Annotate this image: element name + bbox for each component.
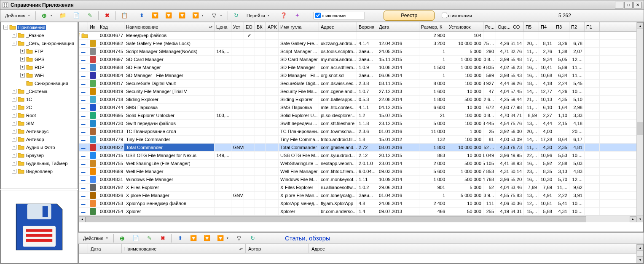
help-button[interactable]: ❓ — [277, 11, 290, 20]
tree-node[interactable]: Синхронизация — [2, 79, 77, 87]
grid-row[interactable]: ▬000004779Tiny File CommanderTiny File C… — [79, 136, 636, 144]
detail-vscroll[interactable]: ▴ ▾ — [636, 244, 643, 263]
col-marker[interactable] — [79, 22, 88, 31]
maximize-button[interactable]: □ — [624, 2, 633, 8]
col-icon[interactable]: Ик — [88, 22, 98, 31]
col-p2[interactable]: П2 — [569, 22, 585, 31]
expand-toggle[interactable]: + — [12, 105, 16, 109]
tree-node[interactable]: +Будильник, Таймер — [2, 159, 77, 167]
grid-row[interactable]: ▬000004697SD Card ManagerSD Card Manager… — [79, 56, 636, 64]
detail-col-date[interactable]: Дата — [88, 244, 122, 253]
expand-toggle[interactable]: − — [12, 41, 16, 45]
filter2-button[interactable]: 🔽 — [162, 11, 175, 20]
delete-button[interactable]: ✖ — [101, 11, 113, 20]
grid-row[interactable]: ▬000004682Safe Gallery Free (Media Lock)… — [79, 40, 636, 48]
expand-toggle[interactable]: + — [12, 129, 16, 133]
tree-node[interactable]: +SIM — [2, 119, 77, 127]
filter4-button[interactable]: 🔽▼ — [189, 11, 207, 20]
detail-hierarchy-button[interactable]: ⬍ — [174, 234, 186, 243]
grid-row[interactable]: ▬000004753XplorApp менеджер файловXplorA… — [79, 200, 636, 208]
grid-row[interactable]: ▬000004688SD File ManagerSD File Manager… — [79, 64, 636, 72]
expand-toggle[interactable]: + — [12, 121, 16, 125]
detail-copy-button[interactable]: 📄 — [129, 234, 142, 243]
tree-node[interactable]: +Браузер — [2, 151, 77, 159]
grid-row[interactable]: ▬000004744SMS ПарковкаSMS Парковкаmtel.h… — [79, 104, 636, 112]
col-p3[interactable]: П3 — [554, 22, 569, 31]
tree-node[interactable]: +_Система — [2, 87, 77, 95]
grid-row[interactable]: ▬000004792X-Files ExplorerX-Files Explor… — [79, 184, 636, 192]
scroll-down-button[interactable]: ▾ — [637, 216, 643, 222]
detail-col-author[interactable]: Автор — [246, 244, 309, 253]
tree-node[interactable]: +WiFi — [2, 71, 77, 79]
goto-menu[interactable]: Перейти ▼ — [244, 12, 273, 19]
col-price[interactable]: Цена — [215, 22, 231, 31]
expand-toggle[interactable]: + — [12, 153, 16, 157]
articles-link[interactable]: Статьи, обзоры — [285, 235, 330, 242]
detail-grid-body[interactable] — [79, 253, 636, 263]
grid-row[interactable]: ▬000004822Total CommanderGNVFTotal Comma… — [79, 144, 636, 152]
icons-checkbox-2[interactable]: с иконками — [440, 12, 473, 19]
col-google[interactable]: Имя гугла — [279, 22, 319, 31]
filter3-button[interactable]: 🔽 — [176, 11, 188, 20]
col-p5[interactable]: П5 — [524, 22, 539, 31]
icons-check-2[interactable] — [442, 13, 447, 18]
expand-toggle[interactable]: + — [20, 57, 25, 61]
icons-checkbox-1[interactable]: с иконками — [314, 12, 365, 19]
tree-node[interactable]: +Антивор — [2, 135, 77, 143]
col-co[interactable]: СО — [511, 22, 524, 31]
expand-toggle[interactable]: + — [20, 49, 25, 53]
minimize-button[interactable]: _ — [615, 2, 623, 8]
move-button[interactable]: 📋 — [118, 11, 131, 20]
tree-node[interactable]: +GPS — [2, 55, 77, 63]
col-re[interactable]: Ре... — [483, 22, 496, 31]
vscroll-thumb[interactable] — [637, 123, 643, 135]
grid-row[interactable]: ▬000004817SecureSafe Digital VaultSecure… — [79, 80, 636, 88]
grid-row[interactable]: ▬000004715USB OTG File Manager for Nexus… — [79, 152, 636, 160]
grid-row[interactable]: ▬000004718Sliding ExplorerSliding Explor… — [79, 96, 636, 104]
detail-clear-filter-button[interactable]: ▽ — [233, 234, 245, 243]
magic-button[interactable]: ✦ — [291, 11, 303, 20]
expand-toggle[interactable]: + — [20, 73, 25, 77]
col-name[interactable]: Наименование▴▾ — [124, 22, 215, 31]
hscroll-thumb[interactable] — [86, 216, 586, 222]
col-p1[interactable]: П1 — [585, 22, 600, 31]
detail-delete-button[interactable]: ✖ — [156, 234, 169, 243]
tree-hscroll[interactable] — [1, 189, 78, 189]
grid-row[interactable]: ▬000004831Windows File ManagerWindows Fi… — [79, 176, 636, 184]
col-date[interactable]: Дата — [377, 22, 419, 31]
tree-node[interactable]: −Приложения — [2, 23, 77, 31]
grid-row[interactable]: ▬000004754XplorerXplorerbr.com.anderso..… — [79, 208, 636, 216]
detail-filter1-button[interactable]: 🔽 — [187, 234, 200, 243]
detail-col-addr[interactable]: Адрес — [309, 244, 636, 253]
grid-row[interactable]: ▬000004819Security File Manager [Trial V… — [79, 88, 636, 96]
detail-filter3-button[interactable]: 🔽▼ — [214, 234, 232, 243]
tree-node[interactable]: +1C — [2, 95, 77, 103]
grid-parent-row[interactable]: ⤴000004677Менеджер файлов2 900104 — [79, 32, 636, 40]
registry-button[interactable]: Реестр — [384, 11, 435, 21]
col-size[interactable]: Размер, К — [419, 22, 447, 31]
grid-vscroll[interactable]: ▴ ▾ — [636, 22, 643, 222]
scroll-up-button[interactable]: ▴ — [637, 22, 643, 29]
hierarchy-button[interactable]: ⬍ — [135, 11, 148, 20]
icons-check-1[interactable] — [315, 13, 321, 18]
col-eo[interactable]: ЕО — [244, 22, 255, 31]
tree-node[interactable]: −_Сеть, синхронизация — [2, 39, 77, 47]
tree-node[interactable]: +RDP — [2, 63, 77, 71]
col-installs[interactable]: Установок — [447, 22, 483, 31]
expand-toggle[interactable]: + — [12, 169, 16, 173]
tree-node[interactable]: +Антивирус — [2, 127, 77, 135]
grid-body[interactable]: ⤴000004677Менеджер файлов2 900104▬000004… — [79, 32, 636, 216]
add-folder-button[interactable]: 📁 — [56, 11, 69, 20]
col-rate[interactable]: Оце... — [496, 22, 511, 31]
expand-toggle[interactable]: + — [12, 161, 16, 165]
col-apk[interactable]: АРK — [266, 22, 279, 31]
expand-toggle[interactable]: − — [3, 25, 8, 29]
clear-filter-button[interactable]: ▽▼ — [208, 11, 225, 20]
refresh-button[interactable]: ↻ — [230, 11, 243, 20]
col-ver[interactable]: Версия — [357, 22, 377, 31]
actions-menu[interactable]: Действия ▼ — [2, 12, 33, 19]
detail-col-marker[interactable] — [79, 244, 88, 253]
detail-add-button[interactable]: ⊕ — [116, 234, 129, 243]
grid-row[interactable]: ▬000004730Swift передачи файловSwift пер… — [79, 120, 636, 128]
grid-row[interactable]: ▬000004813TC Планирование столTC Планиро… — [79, 128, 636, 136]
